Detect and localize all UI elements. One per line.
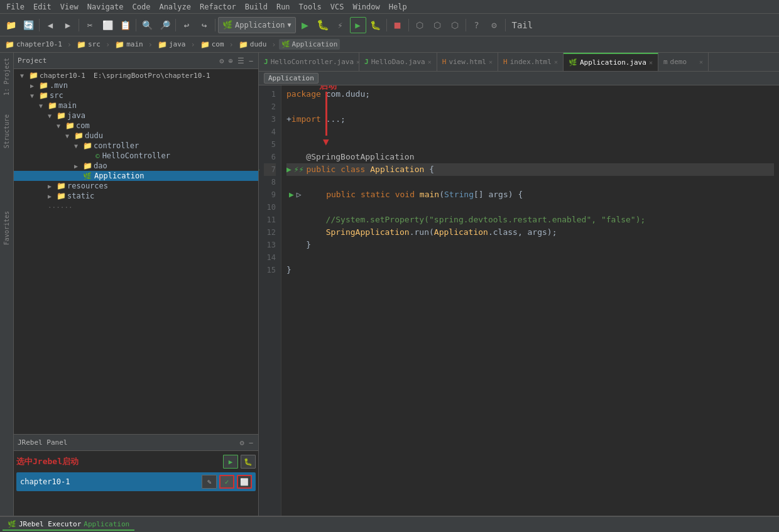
toolbar-find-icon[interactable]: 🔍 (139, 17, 155, 33)
tree-static[interactable]: ▶ 📁 static (14, 191, 258, 201)
menu-file[interactable]: File (3, 1, 28, 13)
code-content[interactable]: 启动 ▼ package com.dudu; +import ...; (281, 85, 779, 516)
menu-refactor[interactable]: Refactor (196, 1, 240, 13)
ellipsis: ...... (48, 202, 73, 210)
tab-view[interactable]: H view.html ✕ (437, 53, 498, 71)
tree-java[interactable]: ▼ 📁 java (14, 111, 258, 121)
tab-hellodao-label: HelloDao.java (371, 58, 425, 66)
tree-application[interactable]: 🌿 Application (14, 171, 258, 181)
toolbar-cut-icon[interactable]: ✂ (82, 17, 98, 33)
run-button[interactable]: ▶ (297, 17, 313, 33)
debug-button[interactable]: 🐛 (315, 17, 331, 33)
java-icon: J (264, 58, 268, 66)
nav-crumb-src[interactable]: 📁 src (74, 39, 103, 50)
coverage-button[interactable]: ⚡ (332, 17, 349, 33)
tab-hellocontroller[interactable]: J HelloController.java ✕ (259, 53, 359, 71)
folder-icon: 📁 (239, 40, 248, 49)
jrebel-edit-btn[interactable]: ✎ (202, 475, 217, 489)
menu-view[interactable]: View (57, 1, 82, 13)
nav-crumb-chapter[interactable]: 📁 chapter10-1 (3, 39, 65, 50)
gear-icon[interactable]: ⚙ (218, 56, 225, 66)
collapse-icon[interactable]: − (248, 56, 254, 66)
breadcrumb-application[interactable]: Application (264, 73, 319, 84)
nav-crumb-main[interactable]: 📁 main (112, 39, 146, 50)
toolbar-help-icon[interactable]: ? (469, 17, 485, 33)
gear-icon[interactable]: ⚙ (239, 438, 246, 448)
nav-crumb-application[interactable]: 🌿 Application (279, 39, 340, 50)
tree-main-label: main (58, 101, 77, 110)
run-config-dropdown[interactable]: 🌿 Application ▼ (218, 17, 296, 33)
tree-dudu[interactable]: ▼ 📁 dudu (14, 131, 258, 141)
jrebel-list-item[interactable]: chapter10-1 ✎ ✓ ⬜ (16, 472, 256, 491)
project-tab[interactable]: 1: Project (3, 58, 10, 95)
toolbar-btn3[interactable]: ⬡ (447, 17, 463, 33)
nav-sep-2: › (106, 40, 110, 49)
toolbar-redo-icon[interactable]: ↪ (196, 17, 212, 33)
tab-demo[interactable]: m demo ✕ (658, 53, 709, 71)
toolbar-back-icon[interactable]: ◀ (42, 17, 58, 33)
close-icon[interactable]: ✕ (699, 58, 703, 65)
nav-crumb-com[interactable]: 📁 com (198, 39, 227, 50)
line-num-15: 15 (264, 264, 276, 276)
close-icon[interactable]: ✕ (554, 58, 558, 65)
expand-icon: ▼ (39, 102, 46, 109)
toolbar-btn1[interactable]: ⬡ (411, 17, 428, 33)
collapse-icon[interactable]: − (248, 438, 254, 448)
close-icon[interactable]: ✕ (428, 58, 432, 65)
jrebel-annotation: 选中Jrebel启动 (16, 456, 79, 467)
toolbar-paste-icon[interactable]: 📋 (117, 17, 133, 33)
toolbar-btn2[interactable]: ⬡ (429, 17, 445, 33)
nav-crumb-dudu[interactable]: 📁 dudu (236, 39, 270, 50)
menu-navigate[interactable]: Navigate (84, 1, 128, 13)
tree-src[interactable]: ▼ 📁 src (14, 90, 258, 100)
nav-crumb-java[interactable]: 📁 java (155, 39, 188, 50)
tab-index[interactable]: H index.html ✕ (498, 53, 564, 71)
tab-hellodao[interactable]: J HelloDao.java ✕ (359, 53, 437, 71)
favorites-tab[interactable]: Favorites (3, 211, 10, 245)
menu-build[interactable]: Build (241, 1, 271, 13)
jrebel-panel: JRebel Panel ⚙ − 选中Jrebel启动 ▶ 🐛 chapter1… (14, 434, 258, 516)
code-text (286, 226, 326, 239)
menu-window[interactable]: Window (349, 1, 383, 13)
toolbar-undo-icon[interactable]: ↩ (178, 17, 195, 33)
jrebel-check-btn[interactable]: ✓ (219, 475, 234, 489)
sync-icon[interactable]: ⊕ (227, 56, 234, 66)
tree-dao[interactable]: ▶ 📁 dao (14, 161, 258, 171)
close-icon[interactable]: ✕ (489, 58, 493, 65)
toolbar-find2-icon[interactable]: 🔎 (156, 17, 173, 33)
spring-icon: 🌿 (281, 40, 290, 48)
stop-button[interactable]: ■ (389, 17, 406, 33)
menu-edit[interactable]: Edit (30, 1, 55, 13)
tree-root[interactable]: ▼ 📁 chapter10-1 E:\springBootPro\chapter… (14, 70, 258, 80)
jrebel-debug-button[interactable]: 🐛 (368, 17, 384, 33)
structure-tab[interactable]: Structure (3, 114, 10, 148)
toolbar-sync-icon[interactable]: 🔄 (20, 17, 36, 33)
settings-icon[interactable]: ☰ (236, 56, 246, 66)
tree-hellocontroller[interactable]: © HelloController (14, 151, 258, 161)
menu-tools[interactable]: Tools (295, 1, 325, 13)
close-icon[interactable]: ✕ (649, 59, 653, 66)
jrebel-debug-btn[interactable]: 🐛 (241, 455, 256, 469)
menu-analyze[interactable]: Analyze (155, 1, 195, 13)
menu-run[interactable]: Run (273, 1, 294, 13)
menu-help[interactable]: Help (385, 1, 411, 13)
toolbar-settings-icon[interactable]: ⚙ (486, 17, 503, 33)
jrebel-run-button[interactable]: ▶ (350, 17, 366, 33)
code-area: 1 2 3 4 5 6 ▶7 8 9 10 11 12 13 14 15 (259, 85, 779, 516)
toolbar-forward-icon[interactable]: ▶ (60, 17, 76, 33)
menu-vcs[interactable]: VCS (327, 1, 348, 13)
menu-code[interactable]: Code (129, 1, 155, 13)
bottom-tab-jrebel[interactable]: 🌿 JRebel Executor Application (3, 519, 134, 531)
tree-com[interactable]: ▼ 📁 com (14, 121, 258, 131)
jrebel-stop-btn[interactable]: ⬜ (237, 475, 252, 489)
tail-label[interactable]: Tail (508, 17, 537, 33)
jrebel-run-btn[interactable]: ▶ (223, 455, 238, 469)
tree-mvn[interactable]: ▶ 📁 .mvn (14, 80, 258, 90)
tree-resources[interactable]: ▶ 📁 resources (14, 181, 258, 191)
tab-application[interactable]: 🌿 Application.java ✕ (564, 53, 658, 71)
toolbar-copy-icon[interactable]: ⬜ (99, 17, 116, 33)
tree-controller[interactable]: ▼ 📁 controller (14, 141, 258, 151)
tree-main[interactable]: ▼ 📁 main (14, 100, 258, 111)
folder-icon: 📁 (39, 81, 48, 90)
toolbar-project-icon[interactable]: 📁 (3, 17, 19, 33)
